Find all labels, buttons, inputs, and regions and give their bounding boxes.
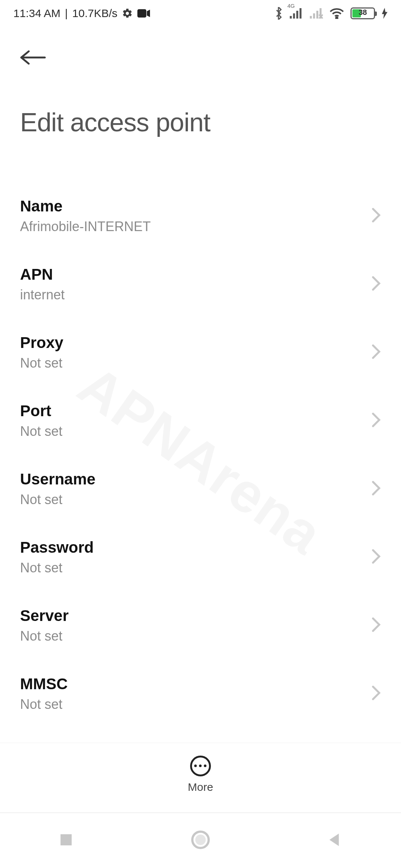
charging-icon bbox=[382, 8, 388, 19]
bluetooth-icon bbox=[274, 7, 283, 20]
row-label: Username bbox=[20, 470, 95, 488]
chevron-right-icon bbox=[371, 617, 381, 634]
row-value: internet bbox=[20, 287, 65, 303]
arrow-left-icon bbox=[20, 49, 46, 66]
row-label: Port bbox=[20, 402, 62, 420]
system-navbar bbox=[0, 812, 401, 868]
row-password[interactable]: Password Not set bbox=[0, 523, 401, 591]
svg-rect-2 bbox=[293, 13, 295, 19]
battery-icon: 38 bbox=[351, 7, 375, 19]
row-server[interactable]: Server Not set bbox=[0, 591, 401, 660]
chevron-right-icon bbox=[371, 207, 381, 224]
status-bar: 11:34 AM | 10.7KB/s 4G 38 bbox=[0, 0, 401, 27]
more-icon bbox=[190, 756, 211, 776]
nav-back-button[interactable] bbox=[327, 832, 343, 849]
svg-rect-4 bbox=[300, 8, 301, 19]
signal-4g-icon: 4G bbox=[290, 8, 303, 19]
svg-point-11 bbox=[336, 17, 338, 19]
row-value: Not set bbox=[20, 424, 62, 439]
row-label: Server bbox=[20, 607, 69, 625]
status-netspeed: 10.7KB/s bbox=[72, 7, 118, 20]
row-label: MMSC bbox=[20, 675, 68, 693]
wifi-icon bbox=[330, 8, 344, 19]
row-mmsc[interactable]: MMSC Not set bbox=[0, 660, 401, 728]
row-apn[interactable]: APN internet bbox=[0, 250, 401, 318]
svg-rect-3 bbox=[296, 11, 298, 19]
video-icon bbox=[137, 9, 150, 18]
row-label: Name bbox=[20, 197, 151, 215]
svg-rect-13 bbox=[61, 834, 72, 845]
row-value: Not set bbox=[20, 628, 69, 644]
row-port[interactable]: Port Not set bbox=[0, 387, 401, 455]
row-value: Not set bbox=[20, 560, 94, 576]
gear-icon bbox=[122, 8, 133, 19]
chevron-right-icon bbox=[371, 549, 381, 566]
settings-list: Name Afrimobile-INTERNET APN internet Pr… bbox=[0, 182, 401, 796]
svg-rect-1 bbox=[290, 16, 292, 19]
row-label: Proxy bbox=[20, 334, 63, 352]
row-name[interactable]: Name Afrimobile-INTERNET bbox=[0, 182, 401, 250]
row-value: Not set bbox=[20, 492, 95, 507]
row-value: Not set bbox=[20, 697, 68, 712]
nav-home-button[interactable] bbox=[190, 829, 211, 852]
svg-rect-0 bbox=[137, 9, 146, 18]
more-button[interactable]: More bbox=[188, 756, 213, 793]
row-value: Not set bbox=[20, 355, 63, 371]
bottom-action-bar: More bbox=[0, 743, 401, 798]
chevron-right-icon bbox=[371, 344, 381, 361]
back-button[interactable] bbox=[20, 45, 46, 70]
row-label: Password bbox=[20, 539, 94, 556]
chevron-right-icon bbox=[371, 276, 381, 293]
svg-point-15 bbox=[195, 835, 206, 845]
svg-rect-5 bbox=[310, 16, 312, 19]
more-label: More bbox=[188, 781, 213, 793]
chevron-right-icon bbox=[371, 480, 381, 497]
svg-rect-6 bbox=[313, 13, 315, 19]
row-proxy[interactable]: Proxy Not set bbox=[0, 318, 401, 387]
chevron-right-icon bbox=[371, 685, 381, 702]
chevron-right-icon bbox=[371, 412, 381, 429]
status-sep: | bbox=[65, 7, 68, 20]
status-time: 11:34 AM bbox=[13, 7, 61, 20]
svg-rect-7 bbox=[316, 11, 318, 19]
nav-recent-button[interactable] bbox=[58, 832, 74, 849]
row-label: APN bbox=[20, 266, 65, 283]
row-value: Afrimobile-INTERNET bbox=[20, 219, 151, 234]
signal-no-sim-icon bbox=[310, 8, 323, 19]
page-title: Edit access point bbox=[20, 108, 381, 137]
row-username[interactable]: Username Not set bbox=[0, 455, 401, 523]
